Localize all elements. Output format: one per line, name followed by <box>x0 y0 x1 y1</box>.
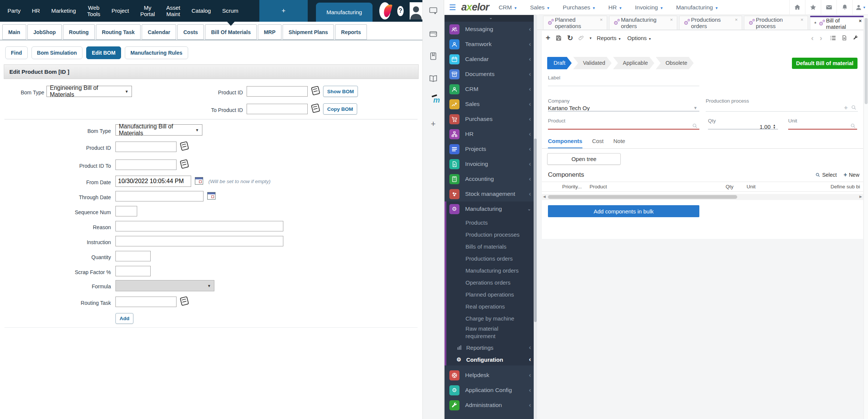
scrap-factor-input[interactable] <box>115 266 151 276</box>
product-id-input[interactable] <box>247 86 308 97</box>
sidebar-item-hr[interactable]: HR <box>444 127 537 142</box>
tab-reports[interactable]: Reports <box>335 24 367 40</box>
sidebar-subitem-products[interactable]: Products <box>446 216 537 228</box>
col-unit[interactable]: Unit <box>747 184 756 189</box>
active-app-tab-manufacturing[interactable]: Manufacturing <box>316 3 373 22</box>
nav-marketing[interactable]: Marketing <box>51 7 76 14</box>
production-process-input[interactable] <box>706 102 858 112</box>
calendar-icon[interactable] <box>195 177 203 185</box>
new-link[interactable]: +New <box>844 171 859 178</box>
bom-type-select[interactable]: Manufacturing Bill of Materials▼ <box>115 124 202 136</box>
col-define-sub[interactable]: Define sub bi <box>831 184 860 189</box>
sidebar-item-invoicing[interactable]: Invoicing <box>444 157 537 171</box>
routing-task-input[interactable] <box>115 297 177 307</box>
status-draft[interactable]: Draft <box>547 57 572 69</box>
home-icon[interactable] <box>789 0 805 15</box>
tab-components[interactable]: Components <box>548 138 582 149</box>
lookup-icon[interactable] <box>311 103 320 113</box>
prev-record-icon[interactable]: ‹ <box>811 33 814 42</box>
sidebar-subitem-production-processes[interactable]: Production processes <box>446 228 537 240</box>
label-input[interactable] <box>548 76 699 86</box>
subtab-edit-bom[interactable]: Edit BOM <box>86 46 121 59</box>
search-icon[interactable] <box>851 104 857 110</box>
new-app-tab-button[interactable]: + <box>259 0 308 22</box>
bom-type-select[interactable]: Engineering Bill of Materials▼ <box>46 86 132 97</box>
tab-costs[interactable]: Costs <box>177 24 204 40</box>
open-tree-button[interactable]: Open tree <box>547 153 621 165</box>
status-applicable[interactable]: Applicable <box>613 57 654 69</box>
nav-party[interactable]: Party <box>7 7 21 14</box>
plus-icon[interactable]: + <box>431 119 436 129</box>
bell-icon[interactable] <box>837 0 852 15</box>
star-icon[interactable] <box>805 0 821 15</box>
status-obsolete[interactable]: Obsolete <box>656 57 694 69</box>
subtab-find[interactable]: Find <box>5 46 28 59</box>
quantity-input[interactable] <box>115 251 151 261</box>
options-menu[interactable]: Options <box>627 35 651 41</box>
lookup-icon[interactable] <box>180 141 189 151</box>
add-button[interactable]: Add <box>115 313 133 324</box>
sidebar-item-calendar[interactable]: Calendar <box>444 52 537 67</box>
col-product[interactable]: Product <box>590 184 607 189</box>
close-icon[interactable] <box>670 16 673 24</box>
nav-myportal[interactable]: My Portal <box>140 4 155 18</box>
book-icon[interactable] <box>429 52 438 61</box>
tab-routing[interactable]: Routing <box>63 24 95 40</box>
form-view-icon[interactable] <box>841 35 847 41</box>
sidebar-item-helpdesk[interactable]: Helpdesk <box>444 368 537 383</box>
sidebar-item-manufacturing[interactable]: Manufacturing <box>446 201 537 216</box>
qty-input[interactable] <box>708 120 778 130</box>
from-date-input[interactable] <box>115 176 191 187</box>
nav-project[interactable]: Project <box>112 7 129 14</box>
sidebar-subitem-charge-by-machine[interactable]: Charge by machine <box>446 312 537 324</box>
instruction-input[interactable] <box>115 236 283 246</box>
tab-mrp[interactable]: MRP <box>258 24 281 40</box>
menu-invoicing[interactable]: Invoicing <box>635 4 663 11</box>
product-input[interactable] <box>548 120 699 130</box>
screen-share-icon[interactable] <box>429 6 438 15</box>
next-record-icon[interactable]: › <box>820 33 822 42</box>
nav-assetmaint[interactable]: Asset Maint <box>166 4 180 18</box>
select-link[interactable]: Select <box>815 171 837 178</box>
close-icon[interactable] <box>801 16 804 24</box>
sidebar-scrollbar[interactable] <box>534 15 537 419</box>
tab-shipment-plans[interactable]: Shipment Plans <box>283 24 334 40</box>
unit-input[interactable] <box>788 120 857 130</box>
list-view-icon[interactable] <box>830 35 836 41</box>
sidebar-item-crm[interactable]: CRM <box>444 82 537 97</box>
status-validated[interactable]: Validated <box>573 57 611 69</box>
sidebar-subitem-operations-orders[interactable]: Operations orders <box>446 276 537 288</box>
hamburger-menu-icon[interactable]: ☰ <box>444 3 461 12</box>
sidebar-item-sales[interactable]: Sales <box>444 97 537 112</box>
user-menu-icon[interactable]: ▾ <box>852 0 868 15</box>
mail-icon[interactable] <box>821 0 837 15</box>
sidebar-item-configuration[interactable]: ⚙ Configuration <box>446 353 537 365</box>
sidebar-subitem-bills-of-materials[interactable]: Bills of materials <box>446 240 537 252</box>
company-select[interactable] <box>548 102 699 112</box>
scrollbar-thumb[interactable] <box>534 139 537 322</box>
show-bom-button[interactable]: Show BOM <box>323 86 358 97</box>
copy-bom-button[interactable]: Copy BOM <box>323 103 357 115</box>
refresh-icon[interactable]: ↻ <box>567 34 573 42</box>
close-icon[interactable] <box>600 16 603 24</box>
open-book-icon[interactable] <box>429 74 438 83</box>
tab-calendar[interactable]: Calendar <box>142 24 176 40</box>
sidebar-item-reportings[interactable]: Reportings <box>446 341 537 353</box>
sidebar-item-teamwork[interactable]: Teamwork <box>444 37 537 52</box>
wrench-icon[interactable] <box>853 35 859 41</box>
sidebar-subitem-raw-material-requirement[interactable]: Raw material requirement <box>446 324 510 341</box>
tab-jobshop[interactable]: JobShop <box>27 24 62 40</box>
wallet-icon[interactable] <box>429 29 438 38</box>
tab-bill-of-materials[interactable]: Bill Of Materials <box>205 24 257 40</box>
tab-cost[interactable]: Cost <box>592 138 604 149</box>
sidebar-item-stock-management[interactable]: Stock management <box>444 186 537 201</box>
tab-production-process[interactable]: Production process <box>744 16 808 30</box>
add-components-in-bulk-button[interactable]: Add components in bulk <box>548 205 699 217</box>
nav-scrum[interactable]: Scrum <box>222 7 238 14</box>
scroll-left-icon[interactable]: ◀ <box>543 195 546 198</box>
sidebar-subitem-planned-operations[interactable]: Planned operations <box>446 288 537 300</box>
save-icon[interactable] <box>555 35 562 41</box>
menu-crm[interactable]: CRM <box>498 4 516 11</box>
nav-catalog[interactable]: Catalog <box>192 7 211 14</box>
sidebar-item-messaging[interactable]: Messaging <box>444 22 537 37</box>
